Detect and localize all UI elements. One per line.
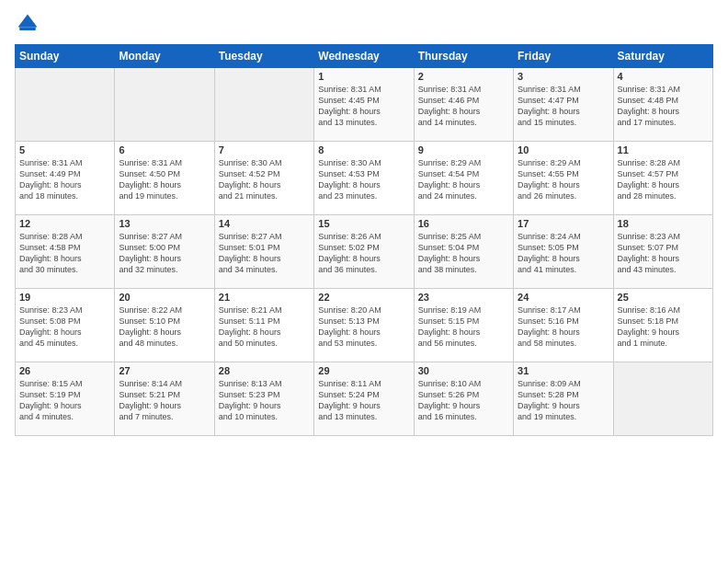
day-cell: 4Sunrise: 8:31 AM Sunset: 4:48 PM Daylig… bbox=[613, 68, 712, 142]
logo-icon bbox=[15, 11, 40, 37]
day-cell: 15Sunrise: 8:26 AM Sunset: 5:02 PM Dayli… bbox=[314, 215, 414, 289]
day-cell: 25Sunrise: 8:16 AM Sunset: 5:18 PM Dayli… bbox=[613, 289, 712, 362]
day-cell: 27Sunrise: 8:14 AM Sunset: 5:21 PM Dayli… bbox=[115, 362, 214, 436]
day-cell: 12Sunrise: 8:28 AM Sunset: 4:58 PM Dayli… bbox=[16, 215, 115, 289]
day-cell bbox=[613, 362, 712, 436]
day-cell: 2Sunrise: 8:31 AM Sunset: 4:46 PM Daylig… bbox=[414, 68, 513, 142]
page: SundayMondayTuesdayWednesdayThursdayFrid… bbox=[0, 0, 728, 563]
day-info: Sunrise: 8:19 AM Sunset: 5:15 PM Dayligh… bbox=[418, 304, 509, 350]
day-number: 13 bbox=[119, 218, 210, 229]
day-info: Sunrise: 8:29 AM Sunset: 4:55 PM Dayligh… bbox=[518, 157, 609, 202]
day-info: Sunrise: 8:27 AM Sunset: 5:00 PM Dayligh… bbox=[119, 231, 210, 276]
day-info: Sunrise: 8:23 AM Sunset: 5:08 PM Dayligh… bbox=[19, 304, 110, 350]
day-number: 19 bbox=[19, 292, 110, 303]
day-info: Sunrise: 8:11 AM Sunset: 5:24 PM Dayligh… bbox=[318, 378, 409, 423]
day-cell: 20Sunrise: 8:22 AM Sunset: 5:10 PM Dayli… bbox=[115, 289, 214, 362]
day-number: 6 bbox=[119, 144, 210, 155]
day-number: 8 bbox=[318, 144, 409, 155]
day-cell: 13Sunrise: 8:27 AM Sunset: 5:00 PM Dayli… bbox=[115, 215, 214, 289]
day-number: 2 bbox=[418, 71, 509, 82]
day-cell: 8Sunrise: 8:30 AM Sunset: 4:53 PM Daylig… bbox=[314, 142, 414, 215]
day-header-saturday: Saturday bbox=[613, 45, 712, 68]
day-cell: 14Sunrise: 8:27 AM Sunset: 5:01 PM Dayli… bbox=[214, 215, 313, 289]
day-number: 3 bbox=[518, 71, 609, 82]
day-number: 16 bbox=[418, 218, 509, 229]
day-info: Sunrise: 8:25 AM Sunset: 5:04 PM Dayligh… bbox=[418, 231, 509, 276]
day-info: Sunrise: 8:09 AM Sunset: 5:28 PM Dayligh… bbox=[518, 378, 609, 423]
day-number: 23 bbox=[418, 292, 509, 303]
day-info: Sunrise: 8:31 AM Sunset: 4:48 PM Dayligh… bbox=[618, 84, 709, 129]
day-info: Sunrise: 8:24 AM Sunset: 5:05 PM Dayligh… bbox=[518, 231, 609, 276]
day-cell: 7Sunrise: 8:30 AM Sunset: 4:52 PM Daylig… bbox=[214, 142, 313, 215]
day-info: Sunrise: 8:23 AM Sunset: 5:07 PM Dayligh… bbox=[618, 231, 709, 276]
day-number: 30 bbox=[418, 365, 509, 376]
day-info: Sunrise: 8:27 AM Sunset: 5:01 PM Dayligh… bbox=[219, 231, 310, 276]
day-info: Sunrise: 8:13 AM Sunset: 5:23 PM Dayligh… bbox=[219, 378, 310, 423]
day-cell bbox=[115, 68, 214, 142]
svg-marker-0 bbox=[18, 15, 38, 28]
day-info: Sunrise: 8:31 AM Sunset: 4:50 PM Dayligh… bbox=[119, 157, 210, 202]
day-info: Sunrise: 8:31 AM Sunset: 4:49 PM Dayligh… bbox=[19, 157, 110, 202]
calendar-body: 1Sunrise: 8:31 AM Sunset: 4:45 PM Daylig… bbox=[16, 68, 713, 436]
week-row-2: 5Sunrise: 8:31 AM Sunset: 4:49 PM Daylig… bbox=[16, 142, 713, 215]
day-number: 4 bbox=[618, 71, 709, 82]
day-cell: 10Sunrise: 8:29 AM Sunset: 4:55 PM Dayli… bbox=[514, 142, 613, 215]
day-cell: 16Sunrise: 8:25 AM Sunset: 5:04 PM Dayli… bbox=[414, 215, 513, 289]
day-number: 9 bbox=[418, 144, 509, 155]
day-number: 27 bbox=[119, 365, 210, 376]
day-number: 15 bbox=[318, 218, 409, 229]
day-info: Sunrise: 8:26 AM Sunset: 5:02 PM Dayligh… bbox=[318, 231, 409, 276]
calendar-table: SundayMondayTuesdayWednesdayThursdayFrid… bbox=[15, 44, 713, 436]
header bbox=[15, 11, 713, 37]
day-number: 7 bbox=[219, 144, 310, 155]
day-cell: 26Sunrise: 8:15 AM Sunset: 5:19 PM Dayli… bbox=[16, 362, 115, 436]
day-cell: 30Sunrise: 8:10 AM Sunset: 5:26 PM Dayli… bbox=[414, 362, 513, 436]
day-info: Sunrise: 8:28 AM Sunset: 4:57 PM Dayligh… bbox=[618, 157, 709, 202]
day-number: 21 bbox=[219, 292, 310, 303]
day-info: Sunrise: 8:30 AM Sunset: 4:53 PM Dayligh… bbox=[318, 157, 409, 202]
day-cell: 29Sunrise: 8:11 AM Sunset: 5:24 PM Dayli… bbox=[314, 362, 414, 436]
day-number: 22 bbox=[318, 292, 409, 303]
day-number: 28 bbox=[219, 365, 310, 376]
day-cell: 24Sunrise: 8:17 AM Sunset: 5:16 PM Dayli… bbox=[514, 289, 613, 362]
day-cell: 3Sunrise: 8:31 AM Sunset: 4:47 PM Daylig… bbox=[514, 68, 613, 142]
day-number: 25 bbox=[618, 292, 709, 303]
day-cell: 31Sunrise: 8:09 AM Sunset: 5:28 PM Dayli… bbox=[514, 362, 613, 436]
day-info: Sunrise: 8:21 AM Sunset: 5:11 PM Dayligh… bbox=[219, 304, 310, 350]
day-number: 26 bbox=[19, 365, 110, 376]
day-info: Sunrise: 8:22 AM Sunset: 5:10 PM Dayligh… bbox=[119, 304, 210, 350]
day-cell: 18Sunrise: 8:23 AM Sunset: 5:07 PM Dayli… bbox=[613, 215, 712, 289]
day-number: 18 bbox=[618, 218, 709, 229]
day-info: Sunrise: 8:17 AM Sunset: 5:16 PM Dayligh… bbox=[518, 304, 609, 350]
week-row-4: 19Sunrise: 8:23 AM Sunset: 5:08 PM Dayli… bbox=[16, 289, 713, 362]
day-cell: 9Sunrise: 8:29 AM Sunset: 4:54 PM Daylig… bbox=[414, 142, 513, 215]
day-header-sunday: Sunday bbox=[16, 45, 115, 68]
day-cell: 17Sunrise: 8:24 AM Sunset: 5:05 PM Dayli… bbox=[514, 215, 613, 289]
calendar-header: SundayMondayTuesdayWednesdayThursdayFrid… bbox=[16, 45, 713, 68]
day-cell bbox=[16, 68, 115, 142]
day-header-tuesday: Tuesday bbox=[214, 45, 313, 68]
day-number: 5 bbox=[19, 144, 110, 155]
week-row-3: 12Sunrise: 8:28 AM Sunset: 4:58 PM Dayli… bbox=[16, 215, 713, 289]
day-cell: 19Sunrise: 8:23 AM Sunset: 5:08 PM Dayli… bbox=[16, 289, 115, 362]
day-cell: 6Sunrise: 8:31 AM Sunset: 4:50 PM Daylig… bbox=[115, 142, 214, 215]
day-number: 1 bbox=[318, 71, 409, 82]
day-header-thursday: Thursday bbox=[414, 45, 513, 68]
header-row: SundayMondayTuesdayWednesdayThursdayFrid… bbox=[16, 45, 713, 68]
day-number: 20 bbox=[119, 292, 210, 303]
day-info: Sunrise: 8:15 AM Sunset: 5:19 PM Dayligh… bbox=[19, 378, 110, 423]
day-info: Sunrise: 8:29 AM Sunset: 4:54 PM Dayligh… bbox=[418, 157, 509, 202]
day-header-wednesday: Wednesday bbox=[314, 45, 414, 68]
day-cell: 23Sunrise: 8:19 AM Sunset: 5:15 PM Dayli… bbox=[414, 289, 513, 362]
day-info: Sunrise: 8:28 AM Sunset: 4:58 PM Dayligh… bbox=[19, 231, 110, 276]
day-number: 29 bbox=[318, 365, 409, 376]
day-number: 12 bbox=[19, 218, 110, 229]
day-cell: 5Sunrise: 8:31 AM Sunset: 4:49 PM Daylig… bbox=[16, 142, 115, 215]
day-info: Sunrise: 8:31 AM Sunset: 4:47 PM Dayligh… bbox=[518, 84, 609, 129]
day-info: Sunrise: 8:30 AM Sunset: 4:52 PM Dayligh… bbox=[219, 157, 310, 202]
day-info: Sunrise: 8:16 AM Sunset: 5:18 PM Dayligh… bbox=[618, 304, 709, 350]
day-info: Sunrise: 8:20 AM Sunset: 5:13 PM Dayligh… bbox=[318, 304, 409, 350]
day-cell bbox=[214, 68, 313, 142]
day-cell: 21Sunrise: 8:21 AM Sunset: 5:11 PM Dayli… bbox=[214, 289, 313, 362]
day-number: 31 bbox=[518, 365, 609, 376]
